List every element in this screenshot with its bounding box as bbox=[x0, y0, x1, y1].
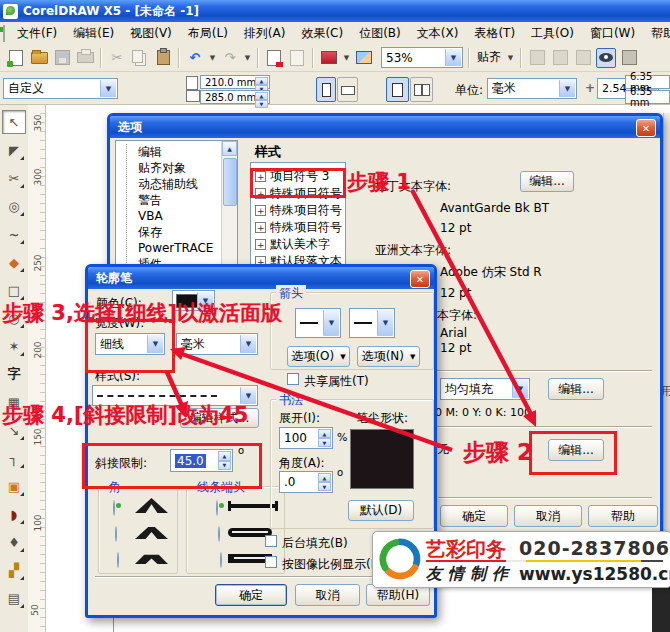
watermark-phone: 020-28378065 bbox=[519, 537, 670, 559]
annotation-step2: 步骤 2 bbox=[463, 437, 533, 468]
arrow-step1-to-step2 bbox=[412, 190, 532, 416]
watermark-tagline: 友情制作 bbox=[426, 564, 514, 585]
annotation-step4: 步骤 4,[斜接限制]改为45 bbox=[2, 401, 248, 429]
watermark-url: www.ys12580.cn bbox=[519, 564, 670, 584]
annotation-step3: 步骤 3,选择[细线]以激活面版 bbox=[2, 299, 282, 327]
watermark-divider bbox=[426, 560, 663, 562]
coreldraw-window: CorelDRAW X5 - [未命名 -1] 文件(F) 编辑(E) 视图(V… bbox=[0, 0, 670, 632]
yicai-logo-icon bbox=[377, 536, 423, 582]
watermark-brand: 艺彩印务 bbox=[426, 536, 506, 563]
watermark: 艺彩印务 020-28378065 友情制作 www.ys12580.cn bbox=[372, 531, 670, 588]
annotation-step1: 步骤 1 bbox=[347, 168, 411, 196]
